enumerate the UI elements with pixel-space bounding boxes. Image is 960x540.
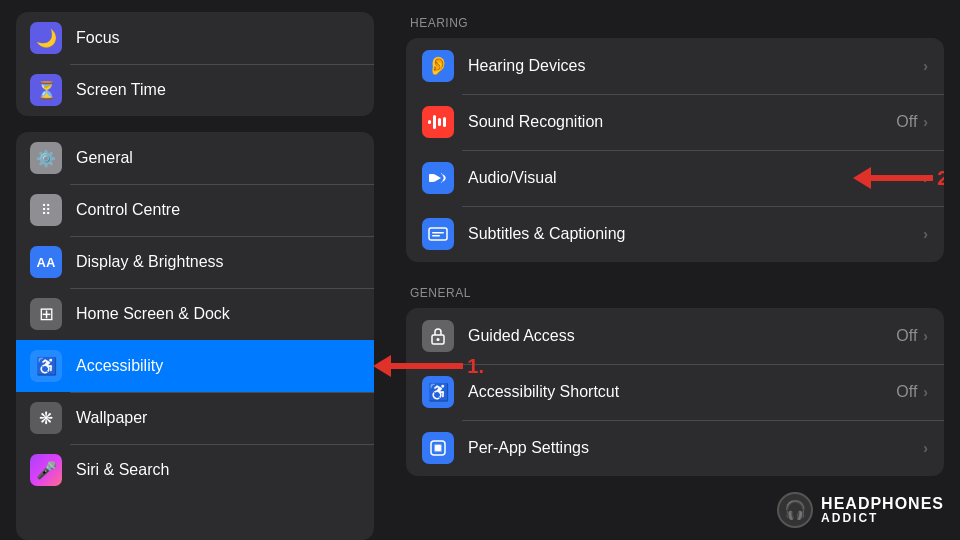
svg-rect-8 (429, 228, 447, 240)
sidebar-item-controlcentre[interactable]: ⠿ Control Centre (16, 184, 374, 236)
guided-access-label: Guided Access (468, 327, 896, 345)
audio-visual-icon (422, 162, 454, 194)
hearing-section-label: HEARING (406, 16, 944, 30)
sidebar-item-label: Accessibility (76, 357, 163, 375)
accessibility-shortcut-icon: ♿ (422, 376, 454, 408)
svg-rect-5 (429, 174, 434, 182)
sound-recognition-label: Sound Recognition (468, 113, 896, 131)
sidebar-item-wallpaper[interactable]: ❋ Wallpaper (16, 392, 374, 444)
watermark-addict: ADDICT (821, 512, 944, 525)
per-app-settings-icon (422, 432, 454, 464)
hearing-devices-label: Hearing Devices (468, 57, 923, 75)
screentime-icon: ⏳ (30, 74, 62, 106)
display-icon: AA (30, 246, 62, 278)
chevron-icon: › (923, 114, 928, 130)
chevron-icon: › (923, 58, 928, 74)
watermark-icon: 🎧 (777, 492, 813, 528)
focus-icon: 🌙 (30, 22, 62, 54)
sidebar-item-label: Display & Brightness (76, 253, 224, 271)
sidebar-item-label: Wallpaper (76, 409, 147, 427)
svg-point-12 (437, 338, 440, 341)
sidebar: 🌙 Focus ⏳ Screen Time ⚙️ General ⠿ Contr… (0, 0, 390, 540)
sidebar-item-label: General (76, 149, 133, 167)
accessibility-shortcut-label: Accessibility Shortcut (468, 383, 896, 401)
audio-visual-label: Audio/Visual (468, 169, 923, 187)
watermark-text: HEADPHONES ADDICT (821, 495, 944, 526)
annotation-2-label: 2. (937, 167, 944, 190)
siri-icon: 🎤 (30, 454, 62, 486)
sidebar-item-label: Home Screen & Dock (76, 305, 230, 323)
general-icon: ⚙️ (30, 142, 62, 174)
accessibility-icon: ♿ (30, 350, 62, 382)
sidebar-item-homescreen[interactable]: ⊞ Home Screen & Dock (16, 288, 374, 340)
watermark: 🎧 HEADPHONES ADDICT (777, 492, 944, 528)
sidebar-item-display[interactable]: AA Display & Brightness (16, 236, 374, 288)
wallpaper-icon: ❋ (30, 402, 62, 434)
sound-recognition-row[interactable]: Sound Recognition Off › (406, 94, 944, 150)
sidebar-item-label: Control Centre (76, 201, 180, 219)
accessibility-shortcut-value: Off (896, 383, 917, 401)
sidebar-top-group: 🌙 Focus ⏳ Screen Time (16, 12, 374, 116)
audio-visual-row[interactable]: Audio/Visual › 2. (406, 150, 944, 206)
sidebar-item-general[interactable]: ⚙️ General (16, 132, 374, 184)
accessibility-shortcut-row[interactable]: ♿ Accessibility Shortcut Off › (406, 364, 944, 420)
homescreen-icon: ⊞ (30, 298, 62, 330)
per-app-settings-row[interactable]: Per-App Settings › (406, 420, 944, 476)
subtitles-row[interactable]: Subtitles & Captioning › (406, 206, 944, 262)
sidebar-item-screentime[interactable]: ⏳ Screen Time (16, 64, 374, 116)
sound-recognition-value: Off (896, 113, 917, 131)
subtitles-label: Subtitles & Captioning (468, 225, 923, 243)
watermark-headphones: HEADPHONES (821, 495, 944, 513)
svg-marker-6 (434, 174, 441, 182)
svg-rect-15 (435, 445, 441, 451)
sidebar-item-siri[interactable]: 🎤 Siri & Search (16, 444, 374, 496)
svg-rect-10 (432, 235, 440, 237)
hearing-group: 👂 Hearing Devices › Sound Recognition Of… (406, 38, 944, 262)
sidebar-main-group: ⚙️ General ⠿ Control Centre AA Display &… (16, 132, 374, 540)
sound-recognition-icon (422, 106, 454, 138)
guided-access-value: Off (896, 327, 917, 345)
chevron-icon: › (923, 170, 928, 186)
controlcentre-icon: ⠿ (30, 194, 62, 226)
right-panel: HEARING 👂 Hearing Devices › Sound Recogn… (390, 0, 960, 540)
chevron-icon: › (923, 384, 928, 400)
hearing-devices-icon: 👂 (422, 50, 454, 82)
chevron-icon: › (923, 440, 928, 456)
sidebar-item-label: Focus (76, 29, 120, 47)
guided-access-row[interactable]: Guided Access Off › (406, 308, 944, 364)
svg-rect-9 (432, 232, 444, 234)
subtitles-icon (422, 218, 454, 250)
general-section-label: GENERAL (406, 286, 944, 300)
svg-rect-2 (438, 118, 441, 126)
guided-access-icon (422, 320, 454, 352)
hearing-devices-row[interactable]: 👂 Hearing Devices › (406, 38, 944, 94)
sidebar-item-focus[interactable]: 🌙 Focus (16, 12, 374, 64)
chevron-icon: › (923, 328, 928, 344)
sidebar-item-accessibility[interactable]: ♿ Accessibility 1. (16, 340, 374, 392)
per-app-settings-label: Per-App Settings (468, 439, 923, 457)
sidebar-item-label: Screen Time (76, 81, 166, 99)
general-group: Guided Access Off › ♿ Accessibility Shor… (406, 308, 944, 476)
sidebar-item-label: Siri & Search (76, 461, 169, 479)
svg-rect-1 (433, 115, 436, 129)
svg-rect-4 (443, 117, 446, 127)
svg-rect-3 (428, 120, 431, 124)
chevron-icon: › (923, 226, 928, 242)
